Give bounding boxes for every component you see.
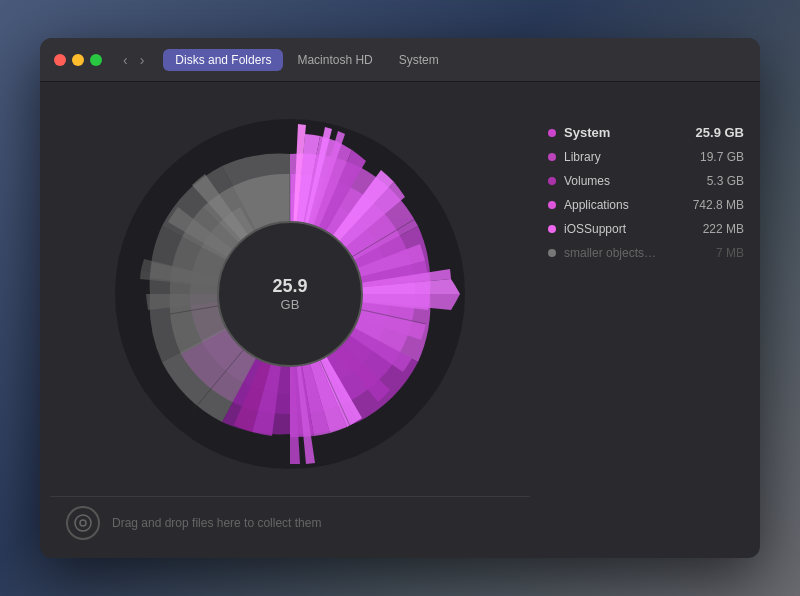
back-button[interactable]: ‹ <box>118 51 133 69</box>
svg-point-9 <box>222 226 358 362</box>
close-button[interactable] <box>54 54 66 66</box>
legend-item-system[interactable]: System25.9 GB <box>548 122 744 143</box>
svg-point-10 <box>75 515 91 531</box>
legend-size-volumes: 5.3 GB <box>684 174 744 188</box>
legend-size-system: 25.9 GB <box>684 125 744 140</box>
drop-zone[interactable]: Drag and drop files here to collect them <box>50 496 530 548</box>
legend-label-library: Library <box>564 150 676 164</box>
legend-dot-system <box>548 129 556 137</box>
maximize-button[interactable] <box>90 54 102 66</box>
legend-dot-smaller <box>548 249 556 257</box>
legend-label-volumes: Volumes <box>564 174 676 188</box>
sunburst-container: 25.9 GB <box>50 92 530 496</box>
tab-macintosh-hd[interactable]: Macintosh HD <box>285 49 384 71</box>
legend-item-smaller[interactable]: smaller objects…7 MB <box>548 243 744 263</box>
legend-label-applications: Applications <box>564 198 676 212</box>
tab-bar: Disks and Folders Macintosh HD System <box>163 49 450 71</box>
legend-label-system: System <box>564 125 676 140</box>
legend-size-smaller: 7 MB <box>684 246 744 260</box>
legend-item-iossupport[interactable]: iOSSupport222 MB <box>548 219 744 239</box>
nav-buttons: ‹ › <box>118 51 149 69</box>
legend-dot-library <box>548 153 556 161</box>
chart-area: 25.9 GB Drag and drop files here to coll… <box>40 82 540 558</box>
minimize-button[interactable] <box>72 54 84 66</box>
legend-label-smaller: smaller objects… <box>564 246 676 260</box>
legend-area: System25.9 GBLibrary19.7 GBVolumes5.3 GB… <box>540 82 760 558</box>
forward-button[interactable]: › <box>135 51 150 69</box>
legend-item-applications[interactable]: Applications742.8 MB <box>548 195 744 215</box>
legend-dot-iossupport <box>548 225 556 233</box>
legend-dot-applications <box>548 201 556 209</box>
drop-icon <box>66 506 100 540</box>
tab-system[interactable]: System <box>387 49 451 71</box>
legend-size-iossupport: 222 MB <box>684 222 744 236</box>
traffic-lights <box>54 54 102 66</box>
legend-item-library[interactable]: Library19.7 GB <box>548 147 744 167</box>
main-window: ‹ › Disks and Folders Macintosh HD Syste… <box>40 38 760 558</box>
titlebar: ‹ › Disks and Folders Macintosh HD Syste… <box>40 38 760 82</box>
svg-point-11 <box>80 520 86 526</box>
legend-item-volumes[interactable]: Volumes5.3 GB <box>548 171 744 191</box>
legend-size-applications: 742.8 MB <box>684 198 744 212</box>
legend-dot-volumes <box>548 177 556 185</box>
content-area: 25.9 GB Drag and drop files here to coll… <box>40 82 760 558</box>
tab-disks-folders[interactable]: Disks and Folders <box>163 49 283 71</box>
drop-text: Drag and drop files here to collect them <box>112 516 321 530</box>
sunburst-chart[interactable] <box>110 114 470 474</box>
legend-size-library: 19.7 GB <box>684 150 744 164</box>
legend-label-iossupport: iOSSupport <box>564 222 676 236</box>
